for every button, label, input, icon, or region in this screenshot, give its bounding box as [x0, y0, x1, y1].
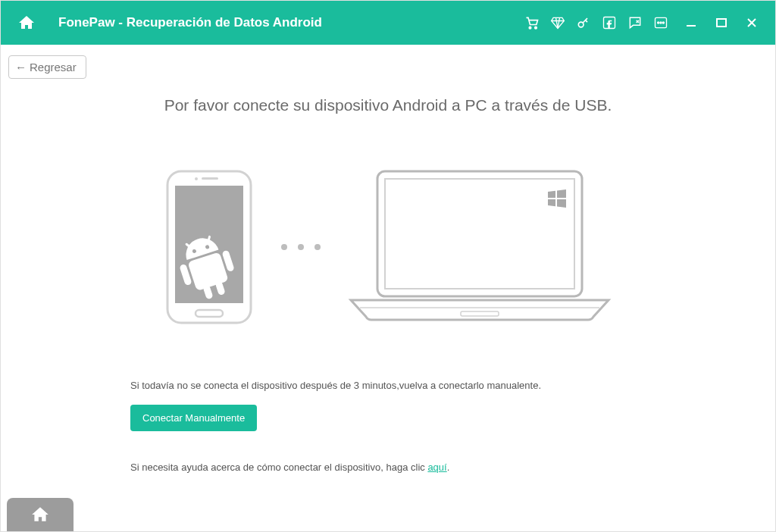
svg-rect-9	[717, 19, 726, 27]
cart-icon[interactable]	[524, 14, 540, 31]
app-title: FonePaw - Recuperación de Datos Android	[58, 15, 322, 30]
help-prefix: Si necesita ayuda acerca de cómo conecta…	[130, 462, 427, 473]
help-suffix: .	[447, 462, 450, 473]
key-icon[interactable]	[575, 14, 592, 31]
facebook-icon[interactable]	[601, 14, 618, 31]
svg-rect-15	[202, 177, 218, 180]
laptop-illustration	[343, 167, 616, 327]
diamond-icon[interactable]	[549, 14, 566, 31]
back-button[interactable]: ← Regresar	[8, 55, 86, 79]
phone-illustration	[160, 167, 258, 327]
svg-rect-16	[196, 310, 223, 317]
svg-marker-28	[548, 191, 555, 198]
home-icon[interactable]	[16, 12, 37, 33]
svg-point-14	[195, 177, 198, 180]
svg-marker-31	[557, 199, 566, 208]
titlebar: FonePaw - Recuperación de Datos Android	[1, 1, 775, 45]
svg-marker-30	[548, 199, 555, 206]
feedback-icon[interactable]	[627, 14, 643, 31]
not-connected-hint: Si todavía no se conecta el dispositivo …	[130, 380, 646, 391]
svg-marker-29	[557, 189, 566, 198]
connection-illustration	[1, 167, 775, 327]
back-button-label: Regresar	[30, 61, 77, 74]
svg-rect-27	[385, 179, 574, 289]
main-content: Por favor conecte su dispositivo Android…	[1, 45, 775, 473]
home-icon	[30, 505, 50, 524]
svg-point-0	[529, 27, 531, 28]
connection-dots	[281, 244, 321, 250]
svg-point-2	[578, 22, 584, 27]
help-link[interactable]: aquí	[427, 462, 446, 473]
footer-home-button[interactable]	[7, 498, 74, 531]
close-button[interactable]	[743, 14, 760, 31]
svg-point-6	[660, 22, 662, 23]
bottom-block: Si todavía no se conecta el dispositivo …	[130, 380, 646, 473]
arrow-left-icon: ←	[15, 61, 27, 74]
svg-rect-26	[377, 171, 582, 296]
instruction-text: Por favor conecte su dispositivo Android…	[1, 96, 775, 114]
svg-point-1	[535, 27, 537, 28]
help-line: Si necesita ayuda acerca de cómo conecta…	[130, 462, 646, 473]
svg-point-5	[658, 22, 659, 23]
svg-point-7	[662, 22, 664, 23]
minimize-button[interactable]	[683, 14, 699, 31]
menu-icon[interactable]	[652, 14, 669, 31]
titlebar-actions	[524, 14, 760, 31]
svg-rect-33	[461, 311, 499, 316]
maximize-button[interactable]	[713, 14, 730, 31]
connect-manually-button[interactable]: Conectar Manualmente	[130, 405, 257, 431]
